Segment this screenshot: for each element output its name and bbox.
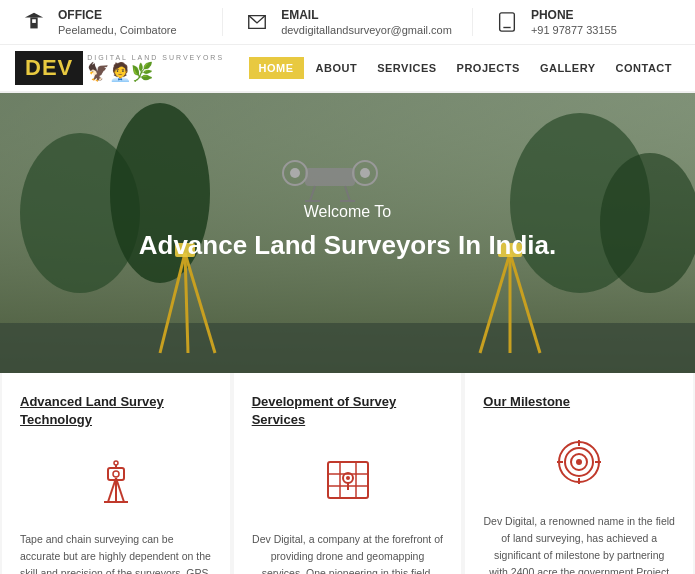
card-3-text: Dev Digital, a renowned name in the fiel…: [483, 513, 675, 574]
svg-rect-3: [500, 13, 515, 31]
logo: DEV DIGITAL LAND SURVEYORS 🦅🧑‍💼🌿: [15, 51, 224, 85]
survey-equipment-icon: [81, 445, 151, 515]
svg-point-40: [346, 476, 350, 480]
svg-rect-19: [305, 168, 355, 186]
cards-section: Advanced Land Survey Technology Tape and…: [0, 373, 695, 574]
phone-icon: [493, 8, 521, 36]
svg-marker-0: [25, 13, 43, 18]
top-bar: OFFICE Peelamedu, Coimbatore EMAIL devdi…: [0, 0, 695, 45]
svg-rect-2: [32, 19, 36, 23]
nav-projects[interactable]: PROJECTS: [449, 57, 528, 79]
card-2-title: Development of Survey Services: [252, 393, 444, 429]
hero-subtitle: Welcome To: [139, 203, 557, 221]
office-label: OFFICE: [58, 8, 177, 22]
svg-point-36: [114, 461, 118, 465]
card-1-text: Tape and chain surveying can be accurate…: [20, 531, 212, 574]
phone-label: PHONE: [531, 8, 617, 22]
target-icon: [544, 427, 614, 497]
card-milestone: Our Milestone Dev Digital, a renowned na…: [465, 373, 693, 574]
nav-services[interactable]: SERVICES: [369, 57, 444, 79]
card-survey-services: Development of Survey Services Dev Digit…: [234, 373, 462, 574]
phone-info: PHONE +91 97877 33155: [473, 8, 695, 36]
email-info: EMAIL devdigitallandsurveyor@gmail.com: [223, 8, 473, 36]
nav-home[interactable]: HOME: [249, 57, 304, 79]
card-1-title: Advanced Land Survey Technology: [20, 393, 212, 429]
svg-point-22: [290, 168, 300, 178]
svg-rect-10: [0, 323, 695, 373]
svg-line-31: [116, 478, 124, 502]
hero-title: Advance Land Surveyors In India.: [139, 229, 557, 263]
hero-content: Welcome To Advance Land Surveyors In Ind…: [139, 203, 557, 263]
svg-point-44: [576, 459, 582, 465]
email-icon: [243, 8, 271, 36]
card-2-text: Dev Digital, a company at the forefront …: [252, 531, 444, 574]
nav-links: HOME ABOUT SERVICES PROJECTS GALLERY CON…: [249, 57, 680, 79]
nav-contact[interactable]: CONTACT: [608, 57, 680, 79]
logo-silhouettes: 🦅🧑‍💼🌿: [87, 61, 224, 83]
logo-sub: DIGITAL LAND SURVEYORS: [87, 54, 224, 61]
svg-line-30: [108, 478, 116, 502]
map-pin-icon: [313, 445, 383, 515]
svg-point-34: [113, 471, 119, 477]
svg-point-23: [360, 168, 370, 178]
logo-text: DEV: [15, 51, 83, 85]
office-info: OFFICE Peelamedu, Coimbatore: [0, 8, 223, 36]
nav-gallery[interactable]: GALLERY: [532, 57, 604, 79]
hero-section: Welcome To Advance Land Surveyors In Ind…: [0, 93, 695, 373]
office-value: Peelamedu, Coimbatore: [58, 24, 177, 36]
email-label: EMAIL: [281, 8, 452, 22]
navbar: DEV DIGITAL LAND SURVEYORS 🦅🧑‍💼🌿 HOME AB…: [0, 45, 695, 93]
location-icon: [20, 8, 48, 36]
email-value: devdigitallandsurveyor@gmail.com: [281, 24, 452, 36]
card-survey-technology: Advanced Land Survey Technology Tape and…: [2, 373, 230, 574]
phone-value: +91 97877 33155: [531, 24, 617, 36]
nav-about[interactable]: ABOUT: [308, 57, 366, 79]
card-3-title: Our Milestone: [483, 393, 675, 411]
